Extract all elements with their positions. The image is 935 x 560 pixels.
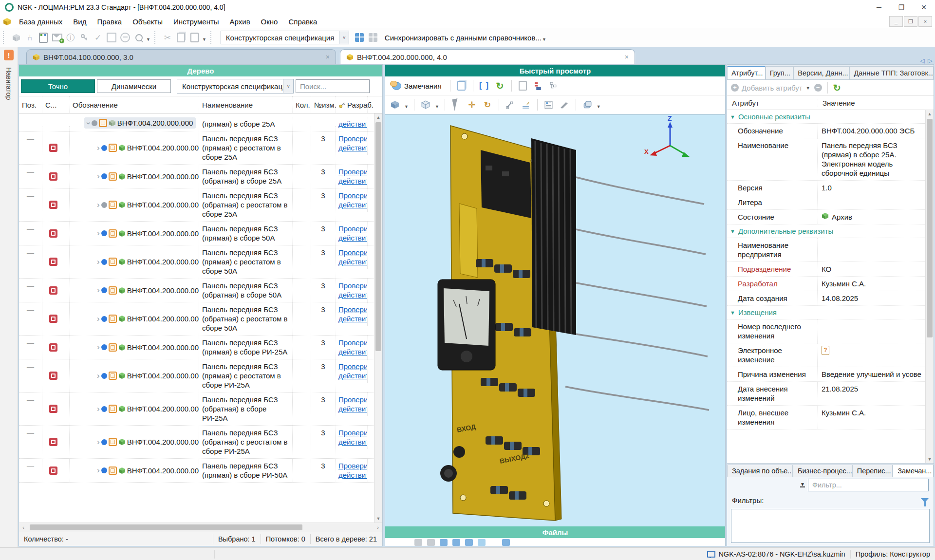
scroll-left-icon[interactable]: ‹	[19, 524, 28, 530]
expand-chevron-icon[interactable]: ›	[97, 287, 100, 293]
wireframe-view-icon[interactable]	[419, 98, 432, 111]
remarks-button[interactable]: Замечания	[388, 81, 446, 91]
tree-vertical-scrollbar[interactable]: ▲ ▼	[374, 113, 382, 523]
menu-item-5[interactable]: Архив	[224, 16, 256, 27]
section-chevron-icon[interactable]: ▼	[730, 310, 735, 316]
tree-column-6[interactable]: Разраб.	[336, 96, 368, 113]
check-signature-link[interactable]: Проверить действит	[338, 362, 368, 380]
tree-row[interactable]: — › ВНФТ.004.200.000.00... Панель передн…	[19, 131, 382, 165]
tree-row[interactable]: — › ВНФТ.004.200.000.00... Панель передн…	[19, 279, 382, 302]
scroll-right-icon[interactable]: ›	[374, 524, 382, 530]
table-icon[interactable]	[367, 31, 379, 44]
document-tab-1[interactable]: ВНФТ.004.100.000.000, 3.0 ×	[26, 49, 336, 64]
expand-chevron-icon[interactable]: ›	[97, 439, 100, 445]
tree-column-2[interactable]: Обозначение	[70, 96, 199, 113]
scroll-thumb[interactable]	[375, 122, 381, 351]
check-signature-link[interactable]: Проверить действит	[338, 395, 368, 413]
tree-row[interactable]: — › ВНФТ.004.200.000.00... Панель передн…	[19, 222, 382, 245]
tree-row[interactable]: — › ВНФТ.004.200.000.00... Панель передн…	[19, 336, 382, 359]
scroll-down-icon[interactable]: ▼	[926, 455, 934, 463]
sync-dropdown-caret[interactable]: ▼	[542, 37, 546, 42]
attribute-row[interactable]: Лицо, внесшее изменения Кузьмин С.А.	[727, 406, 926, 429]
tree-row-root-partial[interactable]: › ВНФТ.004.200.000.000 (прямая) в сборе …	[19, 113, 382, 131]
attribute-row[interactable]: Электронное изменение ?	[727, 343, 926, 367]
attribute-section[interactable]: ▼Извещения	[727, 306, 926, 319]
attribute-row[interactable]: Дата внесения изменений 21.08.2025	[727, 382, 926, 406]
doc-type-dropdown-icon[interactable]: ˅	[339, 31, 348, 44]
tab-scroll-left-icon[interactable]: ◁	[918, 57, 926, 64]
tree-search-input[interactable]	[296, 79, 370, 93]
wireframe-view-caret[interactable]: ▼	[435, 104, 439, 109]
tree-column-0[interactable]: Поз.	[19, 96, 42, 113]
check-signature-link[interactable]: Проверить действит	[338, 461, 368, 480]
mdi-close-button[interactable]: ×	[918, 16, 932, 27]
attribute-section[interactable]: ▼Основные реквизиты	[727, 110, 926, 124]
attributes-tab-3[interactable]: Данные ТПП: Заготовк...	[849, 66, 934, 79]
attributes-scrollbar[interactable]: ▲ ▼	[925, 110, 934, 463]
render-modes-caret[interactable]: ▼	[597, 104, 601, 109]
spec-combobox[interactable]: Конструкторская спецификация ˅	[177, 79, 294, 93]
check-signature-link[interactable]: Проверить действит	[338, 134, 368, 152]
attribute-row[interactable]: Состояние Архив	[727, 210, 926, 224]
check-signature-link[interactable]: Проверить действит	[338, 248, 368, 266]
remove-icon[interactable]	[119, 31, 131, 44]
expand-chevron-icon[interactable]: ›	[97, 406, 100, 412]
annotate-icon[interactable]	[520, 98, 532, 111]
attribute-row[interactable]: Наименование предприятия	[727, 238, 926, 262]
key-icon[interactable]	[78, 31, 91, 44]
cut-icon[interactable]: ✂	[161, 31, 174, 44]
attribute-row[interactable]: Дата создания 14.08.2025	[727, 291, 926, 306]
tab-close-icon[interactable]: ×	[320, 53, 330, 61]
scroll-thumb[interactable]	[927, 119, 933, 337]
check-signature-link[interactable]: Проверить действит	[338, 338, 368, 356]
tree-structure-icon[interactable]	[548, 79, 561, 92]
mode-exact-button[interactable]: Точно	[21, 79, 95, 93]
add-attribute-caret[interactable]: ▼	[806, 86, 810, 91]
paste-dropdown-caret[interactable]: ▼	[202, 37, 206, 42]
expand-chevron-icon[interactable]: ›	[97, 259, 100, 265]
mode-dynamic-button[interactable]: Динамически	[97, 79, 171, 93]
attribute-row[interactable]: Разработал Кузьмин С.А.	[727, 277, 926, 291]
document-preview-icon[interactable]	[455, 79, 468, 92]
measure-icon[interactable]	[504, 98, 517, 111]
tree-column-4[interactable]: Кол.	[293, 96, 311, 113]
fit-to-screen-icon[interactable]: [ ]	[478, 79, 491, 92]
search-icon[interactable]	[132, 31, 145, 44]
expand-chevron-icon[interactable]: ›	[97, 145, 100, 151]
menu-item-4[interactable]: Инструменты	[168, 16, 224, 27]
filter-input[interactable]	[808, 479, 929, 491]
refresh-attributes-icon[interactable]: ↻	[833, 83, 841, 93]
check-signature-link[interactable]: Проверить действит	[338, 224, 368, 243]
paste-icon[interactable]	[188, 31, 201, 44]
check-signature-link[interactable]: действит	[338, 119, 368, 129]
add-attribute-label[interactable]: Добавить атрибут	[742, 84, 803, 92]
tree-row[interactable]: — › ВНФТ.004.200.000.00... Панель передн…	[19, 245, 382, 279]
close-button[interactable]: ✕	[913, 0, 935, 15]
expand-chevron-icon[interactable]: ›	[97, 344, 100, 350]
tab-close-icon[interactable]: ×	[619, 53, 629, 61]
tree-column-3[interactable]: Наименование	[199, 96, 293, 113]
attribute-row[interactable]: Версия 1.0	[727, 181, 926, 195]
viewport-3d[interactable]: ВХОД ВЫХОД2 Z X	[385, 114, 725, 526]
object-cube-icon[interactable]	[10, 31, 22, 44]
remove-attribute-icon[interactable]: −	[814, 84, 822, 92]
scroll-thumb[interactable]	[30, 524, 302, 530]
check-signature-link[interactable]: Проверить действит	[338, 167, 368, 186]
mdi-restore-button[interactable]: ❐	[904, 16, 917, 27]
check-signature-link[interactable]: Проверить действит	[338, 428, 368, 447]
pan-icon[interactable]: ✛	[466, 98, 478, 111]
menu-item-3[interactable]: Объекты	[127, 16, 168, 27]
attribute-row[interactable]: Подразделение КО	[727, 262, 926, 277]
expand-chevron-icon[interactable]: ›	[97, 230, 100, 236]
shaded-view-icon[interactable]	[389, 98, 401, 111]
bottom-tab-1[interactable]: Бизнес-процес...	[793, 465, 852, 477]
expand-chevron-icon[interactable]: ›	[97, 202, 100, 208]
remarks-list[interactable]	[731, 509, 930, 543]
minimize-button[interactable]: ─	[868, 0, 890, 15]
tree-row[interactable]: — › ВНФТ.004.200.000.00... Панель передн…	[19, 188, 382, 222]
doc-settings-icon[interactable]	[517, 79, 529, 92]
bottom-tab-0[interactable]: Задания по объе...	[727, 465, 793, 477]
tree-horizontal-scrollbar[interactable]: ‹ ›	[19, 523, 382, 532]
attribute-row[interactable]: Обозначение ВНФТ.004.200.000.000 ЭСБ	[727, 124, 926, 138]
shaded-view-caret[interactable]: ▼	[404, 104, 409, 109]
